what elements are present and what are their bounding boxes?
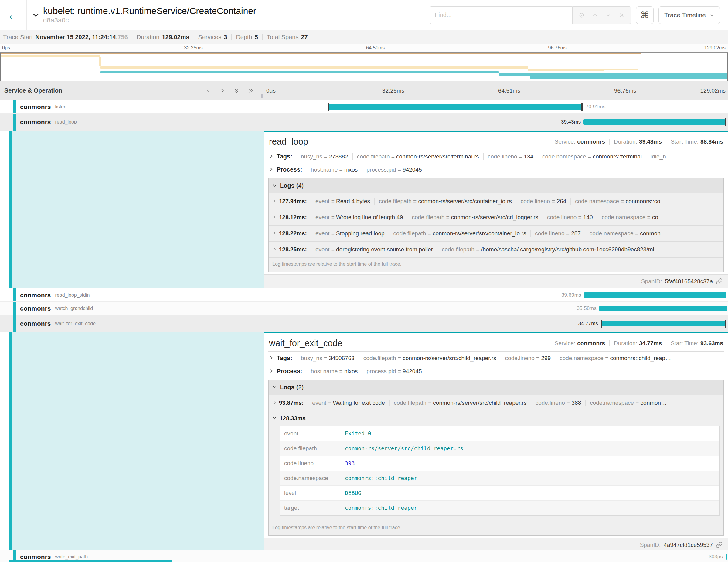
link-icon[interactable] <box>716 542 723 548</box>
trace-collapse-toggle[interactable] <box>32 11 40 19</box>
find-input[interactable] <box>430 6 572 24</box>
log-fields-table: eventExited 0code.filepathconmon-rs/serv… <box>280 426 720 516</box>
operation-name: read_loop_stdin <box>55 292 90 298</box>
field-key: code.filepath <box>284 445 345 452</box>
kv-key: code.filepath <box>393 230 426 237</box>
span-duration-bar[interactable] <box>601 321 726 326</box>
log-entry[interactable]: 128.22ms:event = Stopping read loopcode.… <box>269 225 723 241</box>
kv-equals: = <box>517 153 524 160</box>
span-name-cell: conmonrswait_for_exit_code <box>0 315 264 332</box>
log-field: event = Stopping read loop <box>311 230 389 237</box>
kv-value: co… <box>652 214 664 220</box>
span-row-watch_grandchild[interactable]: conmonrswatch_grandchild35.58ms <box>0 302 728 315</box>
log-field: code.filepath = conmon-rs/server/src/chi… <box>389 400 531 406</box>
span-color-strip <box>13 288 16 301</box>
span-duration-label: 34.77ms <box>578 321 598 327</box>
tags-row[interactable]: Tags:busy_ns = 273882code.filepath = con… <box>268 150 724 163</box>
span-detail-title: read_loop <box>269 137 308 147</box>
kv-value: 942045 <box>403 166 422 173</box>
field-key: level <box>284 490 345 496</box>
span-duration-bar[interactable] <box>726 554 727 560</box>
collapse-one-icon[interactable] <box>206 88 211 93</box>
collapse-all-icon[interactable] <box>234 88 239 93</box>
clear-find-icon[interactable] <box>615 9 628 22</box>
next-match-icon[interactable] <box>602 9 615 22</box>
detail-indent-column <box>0 332 264 550</box>
kv-equals: = <box>634 400 641 406</box>
process-row[interactable]: Process:host.name = nixosprocess.pid = 9… <box>268 163 724 176</box>
kv-equals: = <box>329 214 336 220</box>
log-field-row: levelDEBUG <box>280 485 719 500</box>
log-field: code.namespace = conmonrs::co… <box>570 198 670 205</box>
kv-key: code.namespace <box>590 400 634 406</box>
span-row-wait_for_exit_code[interactable]: conmonrswait_for_exit_code34.77ms <box>0 315 728 332</box>
kv-value: conmonrs::terminal <box>593 153 642 160</box>
service-name: conmonrs <box>20 291 51 299</box>
meta-separator <box>609 139 610 145</box>
kv-key: code.filepath <box>412 214 444 220</box>
minimap-span-segment <box>528 69 604 71</box>
kv-value: 264 <box>557 198 566 204</box>
kv-equals: = <box>396 355 403 361</box>
kv-value: nixos <box>344 368 358 374</box>
span-duration-bar[interactable] <box>583 119 725 125</box>
expand-one-icon[interactable] <box>220 88 225 93</box>
log-marker-tick <box>725 118 726 126</box>
logs-accordion: Logs(4)127.94ms:event = Read 4 bytescode… <box>268 178 724 272</box>
span-duration-bar[interactable] <box>599 306 727 311</box>
column-resize-handle[interactable]: ∥ <box>261 93 263 99</box>
log-field-row: eventExited 0 <box>280 426 719 441</box>
span-duration-bar[interactable] <box>328 104 583 110</box>
trace-timeline-page: ← kubelet: runtime.v1.RuntimeService/Cre… <box>0 0 728 562</box>
field-key: code.lineno <box>284 460 345 467</box>
span-id-label: SpanID: <box>641 278 662 285</box>
log-entry[interactable]: 93.87ms:event = Waiting for exit codecod… <box>269 395 723 411</box>
view-selector-button[interactable]: Trace Timeline <box>658 6 720 24</box>
service-name: conmonrs <box>20 305 51 312</box>
prev-match-icon[interactable] <box>588 9 602 22</box>
collapse-controls <box>206 88 253 93</box>
log-field: code.namespace = conmon… <box>585 230 671 237</box>
log-field: event = Read 4 bytes <box>311 198 374 205</box>
span-id-value: 5faf48165428c37a <box>665 278 713 285</box>
kv-value: Stopping read loop <box>336 230 385 237</box>
span-row-read_loop[interactable]: conmonrsread_loop39.43ms <box>0 114 728 131</box>
link-icon[interactable] <box>716 278 723 285</box>
kv-value: 299 <box>541 355 551 361</box>
minimap-left-handle[interactable] <box>0 53 1 81</box>
span-timeline-cell: 39.43ms <box>264 114 728 131</box>
trace-minimap[interactable] <box>0 52 728 81</box>
focus-match-icon[interactable] <box>575 9 588 22</box>
kv-equals: = <box>326 400 333 406</box>
kv-value: conmon-rs/server/src/child_reaper.rs <box>403 355 496 361</box>
back-button[interactable]: ← <box>0 0 27 30</box>
log-expanded-header[interactable]: 128.33ms <box>272 415 720 422</box>
kv-value: 273882 <box>329 153 348 160</box>
timeline-gridline <box>380 550 380 562</box>
kv-equals: = <box>426 230 433 237</box>
span-detail-title: wait_for_exit_code <box>269 338 342 348</box>
tag-item: host.name = nixos <box>307 166 362 173</box>
span-duration-bar[interactable] <box>584 292 726 298</box>
meta-label-duration: Duration: <box>614 138 637 145</box>
span-row-read_loop_stdin[interactable]: conmonrsread_loop_stdin39.69ms <box>0 288 728 302</box>
kv-key: code.filepath <box>363 355 396 361</box>
log-entry[interactable]: 128.12ms:event = Wrote log line of lengt… <box>269 209 723 225</box>
kv-equals: = <box>619 198 626 204</box>
log-field: code.lineno = 264 <box>516 198 571 205</box>
tags-row[interactable]: Tags:busy_ns = 34506763code.filepath = c… <box>268 352 724 365</box>
keyboard-shortcuts-button[interactable]: ⌘ <box>636 6 654 24</box>
ruler-tick: 64.51ms <box>366 45 385 51</box>
expand-all-icon[interactable] <box>248 88 253 93</box>
log-entry[interactable]: 128.25ms:event = deregistering event sou… <box>269 241 723 257</box>
tag-item: process.pid = 942045 <box>362 166 426 173</box>
kv-equals: = <box>565 230 571 237</box>
span-row-listen[interactable]: conmonrslisten70.91ms <box>0 100 728 114</box>
process-row[interactable]: Process:host.name = nixosprocess.pid = 9… <box>268 365 724 378</box>
logs-header[interactable]: Logs(4) <box>269 178 723 193</box>
log-entry[interactable]: 127.94ms:event = Read 4 bytescode.filepa… <box>269 193 723 209</box>
log-field-row: code.namespaceconmonrs::child_reaper <box>280 471 719 485</box>
logs-header[interactable]: Logs(2) <box>269 380 723 395</box>
timeline-gridline <box>496 550 496 562</box>
kv-equals: = <box>396 368 403 374</box>
